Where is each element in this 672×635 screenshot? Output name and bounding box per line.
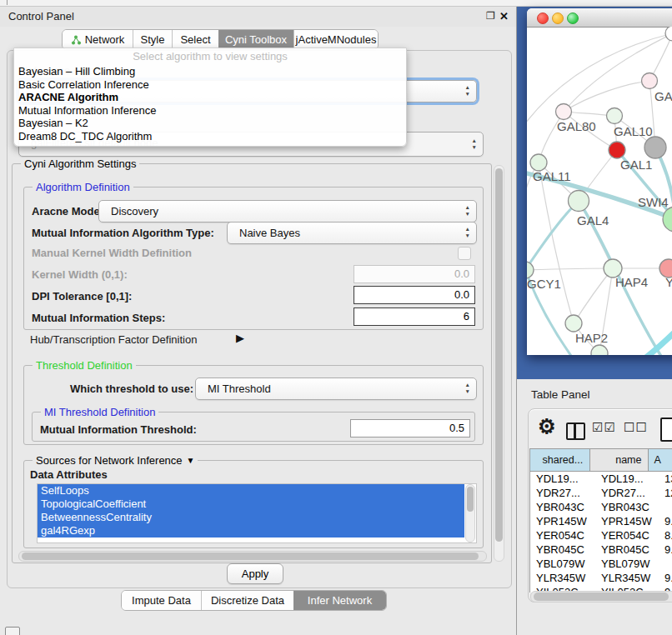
tab-network-label: Network bbox=[85, 33, 125, 46]
popup-item[interactable]: Bayesian – K2 bbox=[14, 117, 406, 130]
table-row[interactable]: YBR043CYBR043C bbox=[530, 500, 672, 514]
data-attributes-list: SelfLoops TopologicalCoefficient Between… bbox=[37, 483, 477, 543]
attribute-item[interactable]: gal4RGexp bbox=[38, 524, 464, 538]
node-gcy1[interactable] bbox=[527, 262, 534, 278]
panel-corner-icon[interactable] bbox=[5, 627, 20, 635]
table-row[interactable]: YBL079WYBL079W bbox=[530, 557, 672, 571]
manual-kernel-label: Manual Kernel Width Definition bbox=[32, 247, 192, 259]
cell-name: YBR045C bbox=[595, 542, 659, 557]
table-row[interactable]: YER054CYER054C8. bbox=[530, 528, 672, 542]
popup-item[interactable]: Dream8 DC_TDC Algorithm bbox=[14, 130, 406, 143]
table-row[interactable]: YLR345WYLR345W9. bbox=[530, 571, 672, 585]
table-row[interactable]: YPR145WYPR145W9. bbox=[530, 514, 672, 528]
hub-definition-label: Hub/Transcription Factor Definition bbox=[30, 333, 197, 346]
mi-type-combo[interactable]: Naive Bayes ▲▼ bbox=[227, 222, 477, 244]
combo-arrows-icon: ▲▼ bbox=[465, 226, 470, 239]
expand-right-icon[interactable]: ▶ bbox=[236, 332, 244, 344]
table-row[interactable]: YDR27...YDR27...12 bbox=[530, 486, 672, 500]
which-threshold-combo[interactable]: MI Threshold ▲▼ bbox=[195, 378, 477, 400]
network-canvas[interactable]: GAL GAL80 GAL10 GAL1 GAL11 GAL4 SWI4 HAP… bbox=[527, 27, 672, 355]
combo-arrows-icon: ▲▼ bbox=[465, 204, 470, 218]
table-row[interactable]: YBR045CYBR045C9. bbox=[530, 542, 672, 557]
arrow-down: ▼ bbox=[472, 144, 477, 151]
dpi-tolerance-field[interactable]: 0.0 bbox=[354, 286, 475, 304]
tab-select[interactable]: Select bbox=[172, 30, 218, 49]
node-gal[interactable] bbox=[642, 73, 658, 89]
popup-item[interactable]: Bayesian – Hill Climbing bbox=[14, 65, 406, 78]
gear-icon[interactable]: ⚙ bbox=[538, 415, 556, 438]
screen: Control Panel ❐ ✕ Network Style Select C… bbox=[0, 0, 672, 635]
table-panel-title: Table Panel bbox=[531, 388, 590, 401]
minimize-traffic-light[interactable] bbox=[552, 12, 564, 24]
attributes-list-scrollbar[interactable] bbox=[465, 484, 475, 542]
popup-item-selected[interactable]: ARACNE Algorithm bbox=[14, 91, 406, 104]
settings-horizontal-scrollbar[interactable] bbox=[18, 551, 487, 562]
control-panel-title: Control Panel bbox=[8, 10, 74, 22]
aracne-mode-label: Aracne Mode: bbox=[32, 205, 103, 218]
cell-value: 9. bbox=[659, 514, 672, 528]
scrollbar-thumb[interactable] bbox=[467, 487, 474, 512]
settings-vertical-scrollbar[interactable] bbox=[494, 165, 504, 562]
mi-threshold-group-title: MI Threshold Definition bbox=[41, 406, 158, 418]
aracne-mode-combo[interactable]: Discovery ▲▼ bbox=[98, 200, 477, 222]
node-unlabeled-bottom[interactable] bbox=[591, 345, 608, 355]
cell-shared-name: YDL19... bbox=[530, 472, 595, 486]
node-gal11[interactable] bbox=[530, 154, 547, 171]
cell-name: YBR043C bbox=[595, 500, 659, 514]
unselect-all-checks-icon[interactable]: ☐☐ bbox=[624, 420, 648, 435]
scrollbar-thumb[interactable] bbox=[22, 552, 479, 560]
mi-threshold-field[interactable]: 0.5 bbox=[350, 419, 470, 438]
node-gal10[interactable] bbox=[607, 108, 623, 124]
node-gal1[interactable] bbox=[609, 142, 625, 158]
popup-item[interactable]: Basic Correlation Inference bbox=[14, 78, 406, 92]
node-label: SWI4 bbox=[638, 195, 669, 209]
popup-item[interactable]: Mutual Information Inference bbox=[14, 104, 406, 118]
node-gray[interactable] bbox=[644, 137, 666, 158]
top-strip bbox=[0, 0, 672, 7]
tab-select-label: Select bbox=[180, 33, 210, 46]
column-header-shared-name[interactable]: shared... bbox=[530, 449, 589, 471]
network-window-titlebar[interactable] bbox=[527, 8, 672, 28]
network-window[interactable]: GAL GAL80 GAL10 GAL1 GAL11 GAL4 SWI4 HAP… bbox=[527, 8, 672, 355]
tab-jactivemnodules[interactable]: jActiveMNodules bbox=[293, 30, 378, 49]
apply-button[interactable]: Apply bbox=[227, 563, 283, 584]
node-gal80[interactable] bbox=[556, 104, 572, 120]
kernel-width-field[interactable]: 0.0 bbox=[354, 265, 475, 283]
tab-discretize-data[interactable]: Discretize Data bbox=[201, 591, 293, 610]
node-unlabeled-top[interactable] bbox=[665, 27, 672, 41]
column-header-partial[interactable]: A bbox=[648, 449, 672, 471]
table-body: YDL19...YDL19...13 YDR27...YDR27...12 YB… bbox=[529, 472, 672, 592]
attribute-item[interactable]: BetweennessCentrality bbox=[38, 511, 464, 524]
tab-impute-data[interactable]: Impute Data bbox=[122, 591, 201, 610]
tab-infer-network[interactable]: Infer Network bbox=[293, 591, 386, 610]
table-row[interactable]: YDL19...YDL19...13 bbox=[530, 472, 672, 486]
node-hap2[interactable] bbox=[565, 315, 582, 332]
close-icon[interactable]: ✕ bbox=[499, 10, 509, 22]
columns-icon[interactable] bbox=[566, 422, 585, 440]
attribute-item[interactable]: TopologicalCoefficient bbox=[38, 498, 464, 511]
node-gal4[interactable] bbox=[569, 191, 589, 212]
tab-style[interactable]: Style bbox=[133, 30, 172, 49]
mi-steps-field[interactable]: 6 bbox=[354, 308, 475, 326]
column-header-name[interactable]: name bbox=[589, 449, 648, 471]
zoom-traffic-light[interactable] bbox=[567, 12, 579, 24]
select-all-checks-icon[interactable]: ☑☑ bbox=[592, 420, 616, 435]
tab-impute-data-label: Impute Data bbox=[132, 594, 191, 607]
scrollbar-thumb[interactable] bbox=[534, 592, 669, 601]
table-panel-box: ⚙ ☑☑ ☐☐ shared... name A YDL19...YDL19..… bbox=[528, 408, 672, 602]
tab-network[interactable]: Network bbox=[63, 30, 133, 49]
which-threshold-label: Which threshold to use: bbox=[70, 382, 193, 395]
collapse-down-icon[interactable]: ▼ bbox=[187, 456, 195, 465]
cell-name: YPR145W bbox=[595, 514, 659, 528]
combo-arrows-icon: ▲▼ bbox=[472, 138, 477, 151]
attribute-item[interactable]: SelfLoops bbox=[38, 484, 464, 498]
node-swi4[interactable] bbox=[663, 207, 672, 232]
tab-cyni-toolbox[interactable]: Cyni Toolbox bbox=[218, 30, 293, 49]
cell-name: YER054C bbox=[595, 528, 659, 542]
new-table-icon[interactable] bbox=[660, 418, 672, 442]
float-window-icon[interactable]: ❐ bbox=[486, 10, 495, 22]
manual-kernel-checkbox[interactable] bbox=[458, 247, 471, 260]
scrollbar-thumb[interactable] bbox=[495, 168, 503, 542]
table-horizontal-scrollbar[interactable] bbox=[530, 591, 672, 602]
close-traffic-light[interactable] bbox=[537, 12, 549, 24]
